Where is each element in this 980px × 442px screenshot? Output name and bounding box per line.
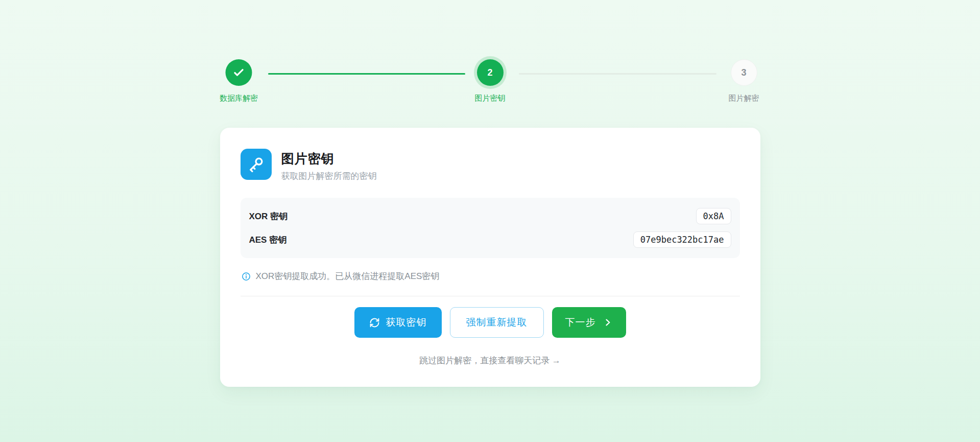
step-active-halo: 2 <box>474 56 507 89</box>
status-row: XOR密钥提取成功。已从微信进程提取AES密钥 <box>241 270 740 282</box>
step-circle-wrap: 3 <box>728 56 760 89</box>
aes-key-label: AES 密钥 <box>249 234 287 246</box>
step-label: 图片解密 <box>729 94 759 103</box>
image-key-card: 图片密钥 获取图片解密所需的密钥 XOR 密钥 0x8A AES 密钥 07e9… <box>220 128 760 387</box>
wizard-stepper: 数据库解密 2 图片密钥 3 图片解密 <box>220 56 760 105</box>
status-text: XOR密钥提取成功。已从微信进程提取AES密钥 <box>256 270 440 282</box>
xor-key-row: XOR 密钥 0x8A <box>249 204 731 228</box>
stepper-connector-done <box>268 73 465 75</box>
stepper-step-image-decrypt[interactable]: 3 图片解密 <box>728 56 760 103</box>
step-circle-wrap <box>223 56 255 89</box>
skip-row: 跳过图片解密，直接查看聊天记录 → <box>241 355 740 366</box>
step-active-circle: 2 <box>477 59 504 86</box>
info-icon <box>242 272 251 281</box>
xor-key-label: XOR 密钥 <box>249 211 288 222</box>
force-reextract-button[interactable]: 强制重新提取 <box>450 307 544 338</box>
stepper-step-image-key[interactable]: 2 图片密钥 <box>474 56 507 103</box>
next-step-button[interactable]: 下一步 <box>552 307 626 338</box>
sync-icon <box>369 317 380 328</box>
key-panel: XOR 密钥 0x8A AES 密钥 07e9bec322bc17ae <box>241 198 740 258</box>
card-subtitle: 获取图片解密所需的密钥 <box>281 170 377 182</box>
next-step-label: 下一步 <box>565 316 596 329</box>
force-reextract-label: 强制重新提取 <box>466 316 528 329</box>
fetch-key-button[interactable]: 获取密钥 <box>354 307 442 338</box>
xor-key-value: 0x8A <box>696 208 731 224</box>
step-label: 图片密钥 <box>475 94 506 103</box>
skip-image-decrypt-link[interactable]: 跳过图片解密，直接查看聊天记录 → <box>419 356 561 365</box>
step-label: 数据库解密 <box>220 94 258 103</box>
stepper-connector-pending <box>519 73 716 75</box>
card-header-text: 图片密钥 获取图片解密所需的密钥 <box>281 149 377 182</box>
card-title: 图片密钥 <box>281 150 377 167</box>
divider <box>241 296 740 296</box>
chevron-right-icon <box>603 317 613 328</box>
card-header: 图片密钥 获取图片解密所需的密钥 <box>241 149 740 182</box>
check-icon <box>232 66 246 79</box>
fetch-key-label: 获取密钥 <box>386 316 427 329</box>
stepper-step-database-decrypt[interactable]: 数据库解密 <box>220 56 258 103</box>
step-done-circle <box>226 59 252 86</box>
aes-key-value: 07e9bec322bc17ae <box>633 231 731 248</box>
actions-row: 获取密钥 强制重新提取 下一步 <box>241 307 740 338</box>
step-pending-circle: 3 <box>731 59 757 86</box>
aes-key-row: AES 密钥 07e9bec322bc17ae <box>249 228 731 251</box>
key-icon <box>241 149 272 180</box>
